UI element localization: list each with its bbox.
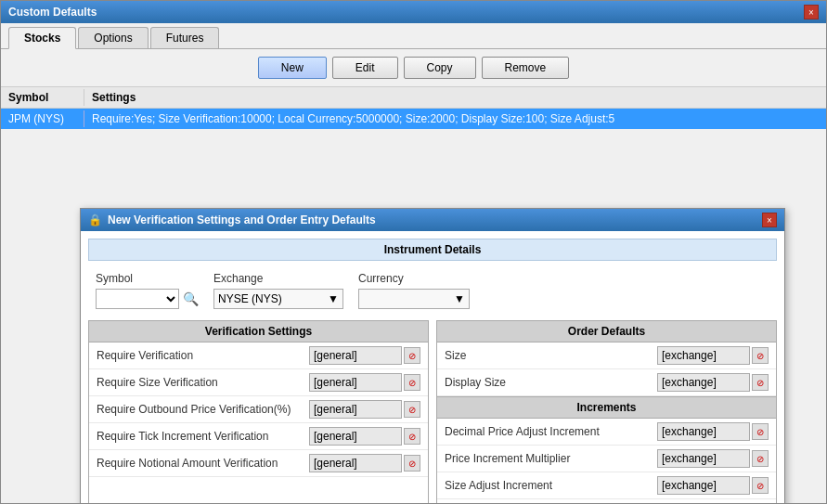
clear-price-mult[interactable]: ⊘	[752, 450, 769, 467]
search-icon[interactable]: 🔍	[183, 291, 199, 306]
content-area: Symbol Settings JPM (NYS) Require:Yes; S…	[1, 87, 826, 503]
label-outbound: Require Outbound Price Verification(%)	[97, 403, 309, 416]
two-panels: Verification Settings Require Verificati…	[88, 320, 777, 503]
order-defaults-header: Order Defaults	[437, 321, 776, 342]
exchange-field-group: Exchange NYSE (NYS) ▼	[213, 272, 343, 309]
col-settings-header: Settings	[84, 89, 826, 106]
tab-options[interactable]: Options	[78, 27, 148, 48]
label-notional: Require Notional Amount Verification	[97, 457, 309, 470]
dialog-title-bar: 🔒 New Verification Settings and Order En…	[81, 209, 784, 231]
input-display-size[interactable]: [exchange]	[657, 373, 750, 392]
clear-notional[interactable]: ⊘	[404, 455, 420, 472]
symbol-label: Symbol	[96, 272, 199, 285]
label-size: Size	[445, 349, 657, 362]
field-row-notional: Require Notional Amount Verification [ge…	[89, 450, 428, 477]
exchange-dropdown-arrow: ▼	[328, 292, 339, 305]
exchange-label: Exchange	[213, 272, 343, 285]
field-row-tick: Require Tick Increment Verification [gen…	[89, 423, 428, 450]
input-price-mult[interactable]: [exchange]	[657, 449, 750, 468]
symbol-with-icon: 🔍	[96, 289, 199, 309]
verification-fields: Require Verification [general] ⊘ Require…	[89, 342, 428, 477]
tab-futures[interactable]: Futures	[150, 27, 220, 48]
input-require-verification[interactable]: [general]	[309, 346, 402, 365]
new-button[interactable]: New	[258, 57, 327, 79]
label-display-size: Display Size	[445, 376, 657, 389]
clear-decimal[interactable]: ⊘	[752, 423, 769, 440]
clear-require-size[interactable]: ⊘	[404, 374, 420, 391]
tab-bar: Stocks Options Futures	[1, 23, 826, 49]
currency-field-group: Currency ▼	[358, 272, 470, 309]
table-row[interactable]: JPM (NYS) Require:Yes; Size Verification…	[1, 109, 826, 129]
field-row-decimal: Decimal Price Adjust Increment [exchange…	[437, 419, 776, 446]
input-size-adjust[interactable]: [exchange]	[657, 476, 750, 495]
order-fields: Size [exchange] ⊘ Display Size [exchange…	[437, 342, 776, 396]
verification-header: Verification Settings	[89, 321, 428, 342]
increments-header: Increments	[437, 396, 776, 419]
label-decimal: Decimal Price Adjust Increment	[445, 425, 657, 438]
clear-size[interactable]: ⊘	[752, 347, 769, 364]
clear-size-adjust[interactable]: ⊘	[752, 477, 769, 494]
inner-dialog: 🔒 New Verification Settings and Order En…	[80, 208, 785, 503]
input-require-size[interactable]: [general]	[309, 373, 402, 392]
window-title: Custom Defaults	[8, 6, 97, 19]
currency-dropdown-arrow: ▼	[454, 292, 465, 305]
input-tick[interactable]: [general]	[309, 427, 402, 446]
cell-symbol: JPM (NYS)	[1, 110, 84, 127]
label-require-verification: Require Verification	[97, 349, 309, 362]
copy-button[interactable]: Copy	[404, 57, 476, 79]
clear-tick[interactable]: ⊘	[404, 428, 420, 445]
table-header: Symbol Settings	[1, 87, 826, 109]
input-decimal[interactable]: [exchange]	[657, 422, 750, 441]
edit-button[interactable]: Edit	[332, 57, 398, 79]
dialog-title: 🔒 New Verification Settings and Order En…	[88, 213, 376, 226]
exchange-value: NYSE (NYS)	[218, 292, 328, 305]
input-size[interactable]: [exchange]	[657, 346, 750, 365]
verification-panel: Verification Settings Require Verificati…	[88, 320, 429, 503]
symbol-field-group: Symbol 🔍	[96, 272, 199, 309]
currency-label: Currency	[358, 272, 470, 285]
exchange-dropdown[interactable]: NYSE (NYS) ▼	[213, 289, 343, 309]
field-row-require-size: Require Size Verification [general] ⊘	[89, 369, 428, 396]
instrument-section: Instrument Details Symbol 🔍 Exchange	[88, 239, 777, 313]
order-panel: Order Defaults Size [exchange] ⊘ Display…	[436, 320, 777, 503]
label-require-size: Require Size Verification	[97, 376, 309, 389]
label-tick: Require Tick Increment Verification	[97, 430, 309, 443]
col-symbol-header: Symbol	[1, 89, 84, 106]
increment-fields: Decimal Price Adjust Increment [exchange…	[437, 419, 776, 499]
instrument-section-header: Instrument Details	[88, 239, 777, 261]
dialog-body: Instrument Details Symbol 🔍 Exchange	[81, 231, 784, 503]
clear-display-size[interactable]: ⊘	[752, 374, 769, 391]
instrument-fields: Symbol 🔍 Exchange NYSE (NYS) ▼	[88, 268, 777, 313]
field-row-price-mult: Price Increment Multiplier [exchange] ⊘	[437, 446, 776, 472]
toolbar: New Edit Copy Remove	[1, 49, 826, 87]
tab-stocks[interactable]: Stocks	[8, 27, 76, 49]
field-row-size-adjust: Size Adjust Increment [exchange] ⊘	[437, 472, 776, 499]
symbol-input[interactable]	[96, 289, 179, 309]
window-close-button[interactable]: ×	[804, 5, 819, 19]
cell-settings: Require:Yes; Size Verification:10000; Lo…	[84, 110, 826, 127]
main-window: Custom Defaults × Stocks Options Futures…	[0, 0, 827, 504]
remove-button[interactable]: Remove	[482, 57, 570, 79]
clear-require-verification[interactable]: ⊘	[404, 347, 420, 364]
field-row-size: Size [exchange] ⊘	[437, 342, 776, 369]
field-row-outbound: Require Outbound Price Verification(%) […	[89, 396, 428, 423]
field-row-display-size: Display Size [exchange] ⊘	[437, 369, 776, 396]
dialog-close-button[interactable]: ×	[762, 213, 777, 227]
clear-outbound[interactable]: ⊘	[404, 401, 420, 418]
input-outbound[interactable]: [general]	[309, 400, 402, 419]
field-row-require-verification: Require Verification [general] ⊘	[89, 342, 428, 369]
input-notional[interactable]: [general]	[309, 454, 402, 472]
label-price-mult: Price Increment Multiplier	[445, 452, 657, 465]
dialog-icon: 🔒	[88, 213, 102, 226]
label-size-adjust: Size Adjust Increment	[445, 479, 657, 492]
currency-dropdown[interactable]: ▼	[358, 289, 470, 309]
title-bar: Custom Defaults ×	[1, 1, 826, 23]
